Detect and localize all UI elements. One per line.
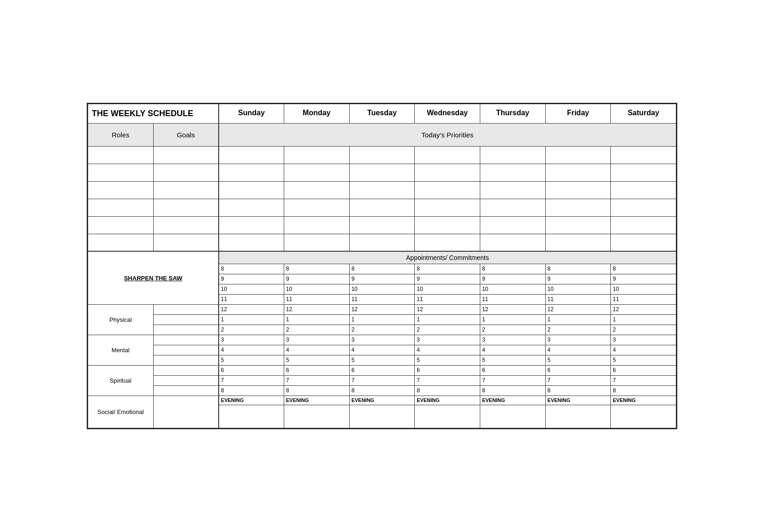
spiritual-goal-3[interactable] <box>153 386 219 396</box>
social-goal[interactable] <box>153 396 219 428</box>
wed-11[interactable]: 11 <box>415 295 480 305</box>
mon-5[interactable]: 5 <box>284 355 349 366</box>
mon-11[interactable]: 11 <box>284 295 349 305</box>
wed-8b[interactable]: 8 <box>415 386 480 396</box>
fri-evening-body[interactable] <box>545 405 611 428</box>
thu-evening-body[interactable] <box>480 405 545 428</box>
sat-6[interactable]: 6 <box>611 366 676 376</box>
wed-4[interactable]: 4 <box>415 345 480 355</box>
sat-11[interactable]: 11 <box>611 295 676 305</box>
sun-3[interactable]: 3 <box>219 335 284 345</box>
tue-2[interactable]: 2 <box>349 325 415 335</box>
tue-8[interactable]: 8 <box>349 264 415 274</box>
tue-8b[interactable]: 8 <box>349 386 415 396</box>
sat-priority-5[interactable] <box>611 216 676 234</box>
role-cell-6[interactable] <box>88 234 154 251</box>
role-cell-1[interactable] <box>88 146 154 164</box>
wed-6[interactable]: 6 <box>415 366 480 376</box>
mon-priority-6[interactable] <box>284 234 349 251</box>
mon-8[interactable]: 8 <box>284 264 349 274</box>
mon-evening-body[interactable] <box>284 405 349 428</box>
fri-3[interactable]: 3 <box>545 335 611 345</box>
wed-evening-label[interactable]: EVENING <box>415 396 480 405</box>
tue-4[interactable]: 4 <box>349 345 415 355</box>
sun-evening-label[interactable]: EVENING <box>219 396 284 405</box>
fri-2[interactable]: 2 <box>545 325 611 335</box>
thu-1[interactable]: 1 <box>480 315 545 325</box>
sat-5[interactable]: 5 <box>611 355 676 366</box>
wed-9[interactable]: 9 <box>415 274 480 284</box>
thu-10[interactable]: 10 <box>480 284 545 295</box>
wed-priority-1[interactable] <box>415 146 480 164</box>
sun-priority-5[interactable] <box>219 216 284 234</box>
role-cell-2[interactable] <box>88 164 154 181</box>
tue-5[interactable]: 5 <box>349 355 415 366</box>
sun-priority-6[interactable] <box>219 234 284 251</box>
thu-8b[interactable]: 8 <box>480 386 545 396</box>
tue-6[interactable]: 6 <box>349 366 415 376</box>
tue-priority-2[interactable] <box>349 164 415 181</box>
goal-cell-1[interactable] <box>153 146 219 164</box>
sat-10[interactable]: 10 <box>611 284 676 295</box>
wed-3[interactable]: 3 <box>415 335 480 345</box>
tue-7[interactable]: 7 <box>349 376 415 386</box>
mon-priority-5[interactable] <box>284 216 349 234</box>
fri-priority-6[interactable] <box>545 234 611 251</box>
wed-priority-3[interactable] <box>415 181 480 199</box>
mon-1[interactable]: 1 <box>284 315 349 325</box>
sun-2[interactable]: 2 <box>219 325 284 335</box>
physical-goal[interactable] <box>153 305 219 315</box>
goal-cell-6[interactable] <box>153 234 219 251</box>
mon-8b[interactable]: 8 <box>284 386 349 396</box>
thu-12[interactable]: 12 <box>480 305 545 315</box>
mon-priority-2[interactable] <box>284 164 349 181</box>
sun-priority-2[interactable] <box>219 164 284 181</box>
tue-9[interactable]: 9 <box>349 274 415 284</box>
fri-4[interactable]: 4 <box>545 345 611 355</box>
mon-priority-4[interactable] <box>284 199 349 216</box>
fri-priority-3[interactable] <box>545 181 611 199</box>
thu-5[interactable]: 5 <box>480 355 545 366</box>
sun-12[interactable]: 12 <box>219 305 284 315</box>
fri-8[interactable]: 8 <box>545 264 611 274</box>
thu-priority-4[interactable] <box>480 199 545 216</box>
tue-12[interactable]: 12 <box>349 305 415 315</box>
tue-evening-label[interactable]: EVENING <box>349 396 415 405</box>
fri-priority-1[interactable] <box>545 146 611 164</box>
mental-goal-2[interactable] <box>153 345 219 355</box>
thu-priority-2[interactable] <box>480 164 545 181</box>
wed-5[interactable]: 5 <box>415 355 480 366</box>
fri-11[interactable]: 11 <box>545 295 611 305</box>
thu-7[interactable]: 7 <box>480 376 545 386</box>
thu-6[interactable]: 6 <box>480 366 545 376</box>
mon-2[interactable]: 2 <box>284 325 349 335</box>
fri-10[interactable]: 10 <box>545 284 611 295</box>
mon-7[interactable]: 7 <box>284 376 349 386</box>
tue-3[interactable]: 3 <box>349 335 415 345</box>
thu-9[interactable]: 9 <box>480 274 545 284</box>
fri-8b[interactable]: 8 <box>545 386 611 396</box>
tue-priority-3[interactable] <box>349 181 415 199</box>
fri-evening-label[interactable]: EVENING <box>545 396 611 405</box>
sat-9[interactable]: 9 <box>611 274 676 284</box>
mon-3[interactable]: 3 <box>284 335 349 345</box>
thu-2[interactable]: 2 <box>480 325 545 335</box>
sat-priority-3[interactable] <box>611 181 676 199</box>
mon-12[interactable]: 12 <box>284 305 349 315</box>
wed-12[interactable]: 12 <box>415 305 480 315</box>
tue-10[interactable]: 10 <box>349 284 415 295</box>
mon-evening-label[interactable]: EVENING <box>284 396 349 405</box>
thu-11[interactable]: 11 <box>480 295 545 305</box>
mon-10[interactable]: 10 <box>284 284 349 295</box>
thu-priority-6[interactable] <box>480 234 545 251</box>
sun-8b[interactable]: 8 <box>219 386 284 396</box>
sat-priority-4[interactable] <box>611 199 676 216</box>
spiritual-goal-2[interactable] <box>153 376 219 386</box>
sun-1[interactable]: 1 <box>219 315 284 325</box>
sat-priority-6[interactable] <box>611 234 676 251</box>
sat-4[interactable]: 4 <box>611 345 676 355</box>
sat-1[interactable]: 1 <box>611 315 676 325</box>
sat-evening-body[interactable] <box>611 405 676 428</box>
tue-11[interactable]: 11 <box>349 295 415 305</box>
thu-evening-label[interactable]: EVENING <box>480 396 545 405</box>
